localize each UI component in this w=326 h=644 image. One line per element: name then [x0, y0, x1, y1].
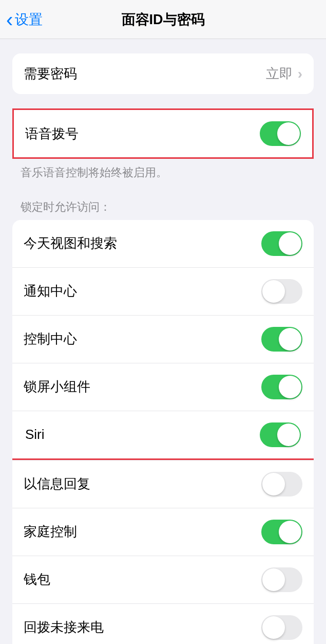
lock-access-row: 家庭控制 — [12, 508, 314, 556]
toggle-knob — [262, 616, 285, 639]
toggle-knob — [277, 122, 300, 145]
lock-access-toggle[interactable] — [261, 231, 302, 256]
require-passcode-value-area: 立即 › — [266, 65, 302, 83]
toggle-knob — [279, 376, 301, 398]
lock-access-toggle[interactable] — [261, 375, 302, 399]
require-passcode-label: 需要密码 — [24, 65, 77, 83]
voice-dial-group: 语音拨号 — [12, 108, 314, 159]
voice-dial-toggle[interactable] — [260, 121, 301, 146]
voice-dial-label: 语音拨号 — [25, 125, 79, 143]
lock-access-row: 控制中心 — [12, 315, 314, 363]
toggle-knob — [262, 568, 285, 591]
voice-dial-row: 语音拨号 — [14, 110, 312, 157]
lock-access-toggle[interactable] — [261, 567, 302, 592]
lock-access-toggle[interactable] — [260, 422, 301, 447]
lock-access-label: 钱包 — [24, 571, 50, 588]
require-passcode-row[interactable]: 需要密码 立即 › — [12, 53, 314, 94]
lock-access-row: 今天视图和搜索 — [12, 220, 314, 267]
content: 需要密码 立即 › 语音拨号 音乐语音控制将始终被启用。 锁定时允许访问： 今天… — [0, 53, 326, 644]
lock-access-group: 今天视图和搜索通知中心控制中心锁屏小组件Siri以信息回复家庭控制钱包回拨未接来… — [12, 220, 314, 644]
lock-access-row: Siri — [12, 411, 314, 460]
toggle-knob — [262, 473, 285, 495]
require-passcode-value: 立即 — [266, 65, 293, 83]
lock-access-row: 以信息回复 — [12, 460, 314, 508]
lock-access-row: 钱包 — [12, 556, 314, 603]
lock-access-label: 控制中心 — [24, 330, 77, 348]
lock-access-label: 以信息回复 — [24, 475, 90, 493]
toggle-knob — [262, 280, 285, 303]
lock-access-label: 今天视图和搜索 — [24, 234, 117, 252]
lock-access-label: 家庭控制 — [24, 523, 77, 541]
lock-access-toggle[interactable] — [261, 279, 302, 304]
require-passcode-group: 需要密码 立即 › — [12, 53, 314, 94]
toggle-knob — [277, 424, 300, 446]
page-title: 面容ID与密码 — [122, 10, 205, 29]
lock-access-toggle[interactable] — [261, 520, 302, 544]
lock-access-label: Siri — [25, 427, 45, 443]
nav-back-button[interactable]: ‹ 设置 — [0, 9, 43, 30]
lock-access-label: 通知中心 — [24, 282, 77, 300]
lock-access-header: 锁定时允许访问： — [0, 195, 326, 220]
voice-dial-footer: 音乐语音控制将始终被启用。 — [0, 159, 326, 181]
chevron-left-icon: ‹ — [6, 9, 13, 30]
toggle-knob — [279, 232, 301, 255]
nav-bar: ‹ 设置 面容ID与密码 — [0, 0, 326, 39]
lock-access-row: 锁屏小组件 — [12, 363, 314, 411]
toggle-knob — [279, 328, 301, 351]
lock-access-toggle[interactable] — [261, 615, 302, 640]
lock-access-label: 锁屏小组件 — [24, 378, 90, 396]
nav-back-label: 设置 — [15, 10, 43, 29]
toggle-knob — [279, 521, 301, 543]
lock-access-row: 通知中心 — [12, 267, 314, 315]
lock-access-toggle[interactable] — [261, 327, 302, 352]
lock-access-row: 回拨未接来电 — [12, 603, 314, 644]
chevron-right-icon: › — [298, 66, 302, 82]
lock-access-label: 回拨未接来电 — [24, 618, 104, 636]
lock-access-toggle[interactable] — [261, 472, 302, 496]
